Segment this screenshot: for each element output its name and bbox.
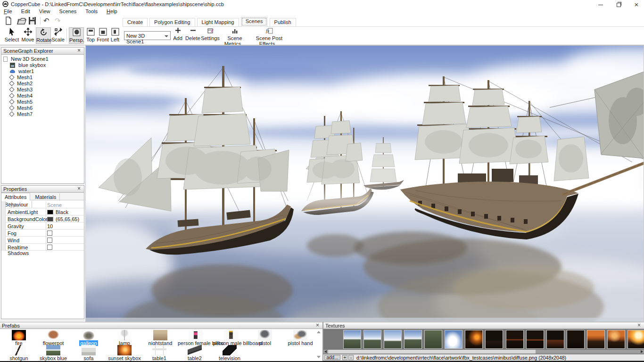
prefab-thumbnail[interactable] [46,330,60,340]
property-row-gravity[interactable]: Gravity 10 [1,222,84,230]
scene-settings-button[interactable]: Settings [201,28,220,43]
fog-checkbox[interactable] [47,230,52,236]
prefab-thumbnail[interactable] [224,330,238,340]
redo-button[interactable] [55,16,65,26]
texture-thumbnail[interactable] [627,330,644,349]
prefab-item[interactable]: table1 [141,345,177,361]
prefab-item[interactable]: pistol [247,330,283,346]
select-tool-button[interactable]: Select [4,27,20,44]
prefab-item-selected[interactable]: galleon [71,330,107,346]
prefab-item[interactable]: pistol hand [282,330,318,346]
prefab-thumbnail[interactable] [258,330,272,340]
new-file-button[interactable] [5,16,15,26]
prefab-item[interactable]: person male billboard [213,330,249,346]
scrollbar-thumb[interactable] [328,350,536,354]
scenegraph-item-water[interactable]: water1 [3,68,84,74]
property-row-backgroundcolor[interactable]: BackgroundColor (65,65,65) [1,215,84,222]
texture-thumbnail[interactable] [526,330,544,349]
tab-light-mapping[interactable]: Light Mapping [197,18,239,26]
menu-edit[interactable]: Edit [17,8,34,14]
prefab-item[interactable]: flowerpot [35,330,71,346]
tab-polygon-editing[interactable]: Polygon Editing [149,18,195,26]
texture-thumbnail[interactable] [384,330,402,349]
prefab-item[interactable]: fire [1,330,37,346]
prefab-thumbnail[interactable] [12,330,26,340]
scenegraph-item-mesh6[interactable]: Mesh6 [3,105,84,111]
save-button[interactable] [28,16,39,26]
add-texture-button[interactable]: add... [324,355,340,360]
delete-scene-button[interactable]: Delete [185,28,201,43]
prefab-thumbnail[interactable] [188,345,202,355]
scale-tool-button[interactable]: Scale [51,27,65,44]
scenegraph-item-root[interactable]: New 3D Scene1 [3,56,84,62]
prefab-thumbnail[interactable] [293,330,307,340]
top-view-button[interactable]: Top [85,27,96,44]
scenegraph-item-mesh1[interactable]: Mesh1 [3,74,84,81]
prefab-item[interactable]: nightstand [142,330,178,346]
texture-thumbnail[interactable] [567,330,585,349]
close-icon[interactable] [77,48,83,54]
property-row-ambientlight[interactable]: AmbientLight Black [1,208,84,215]
texture-thumbnail[interactable] [607,330,625,349]
texture-thumbnail[interactable] [465,330,483,349]
prefab-thumbnail[interactable] [153,330,167,340]
texture-minus-button[interactable]: - [348,355,354,360]
texture-thumbnail[interactable] [546,330,564,349]
scroll-up-icon[interactable] [317,331,321,333]
left-view-button[interactable]: Left [109,27,121,44]
tab-materials[interactable]: Materials [32,193,60,201]
texture-thumbnail[interactable] [506,330,524,349]
scene-metrics-button[interactable]: Scene Metrics... [218,28,252,43]
property-row-realtime-shadows[interactable]: Realtime Shadows [1,244,84,251]
prefab-thumbnail[interactable] [82,345,96,355]
prefab-item[interactable]: person female billbo [178,330,214,346]
menu-view[interactable]: View [35,8,54,14]
scenegraph-item-skybox[interactable]: blue skybox [3,62,84,68]
scenegraph-item-mesh7[interactable]: Mesh7 [3,111,84,117]
realtime-shadows-checkbox[interactable] [47,245,52,250]
scroll-left-icon[interactable] [324,350,327,353]
tab-create[interactable]: Create [123,18,148,26]
prefab-thumbnail[interactable] [117,345,132,355]
prefab-thumbnail[interactable] [117,330,132,340]
move-tool-button[interactable]: Move [21,27,35,44]
scenegraph-item-mesh4[interactable]: Mesh4 [3,93,84,99]
tab-scenes[interactable]: Scenes [241,17,268,26]
add-scene-button[interactable]: Add [172,28,184,43]
color-swatch[interactable] [47,210,53,214]
property-row-fog[interactable]: Fog [1,230,84,237]
prefab-item[interactable]: sofa [71,345,107,361]
textures-horizontal-scrollbar[interactable] [323,350,644,354]
texture-plus-button[interactable]: + [342,355,347,360]
prefab-item[interactable]: table2 [177,345,213,361]
menu-help[interactable]: Help [103,8,121,14]
texture-thumbnail[interactable] [424,330,442,349]
open-file-button[interactable] [17,16,27,26]
prefab-item[interactable]: sunset skybox [107,345,142,361]
prefab-item[interactable]: television [212,345,248,361]
undo-button[interactable] [43,16,54,26]
prefab-item[interactable]: lamp [107,330,142,346]
scenegraph-item-mesh3[interactable]: Mesh3 [3,87,84,93]
texture-thumbnail[interactable] [363,330,381,349]
prefab-item[interactable]: shotgun [1,345,37,361]
prefab-thumbnail[interactable] [223,345,237,355]
color-swatch[interactable] [47,217,53,222]
scenegraph-item-mesh5[interactable]: Mesh5 [3,99,84,105]
tab-publish[interactable]: Publish [270,18,296,26]
texture-thumbnail[interactable] [343,330,361,349]
menu-scenes[interactable]: Scenes [56,8,81,14]
viewport-3d-scene[interactable] [85,45,644,322]
tab-attributes[interactable]: Attributes [1,193,30,200]
property-row-wind[interactable]: Wind [1,237,84,244]
wind-checkbox[interactable] [47,238,52,243]
scroll-right-icon[interactable] [641,350,643,353]
scenegraph-item-mesh2[interactable]: Mesh2 [3,81,84,87]
close-icon[interactable] [316,322,321,329]
menu-file[interactable]: File [0,8,16,14]
prefab-thumbnail[interactable] [82,330,96,340]
texture-thumbnail[interactable] [404,330,422,349]
prefab-thumbnail[interactable] [189,330,203,340]
menu-tools[interactable]: Tools [82,8,101,14]
prefab-thumbnail[interactable] [12,345,26,355]
